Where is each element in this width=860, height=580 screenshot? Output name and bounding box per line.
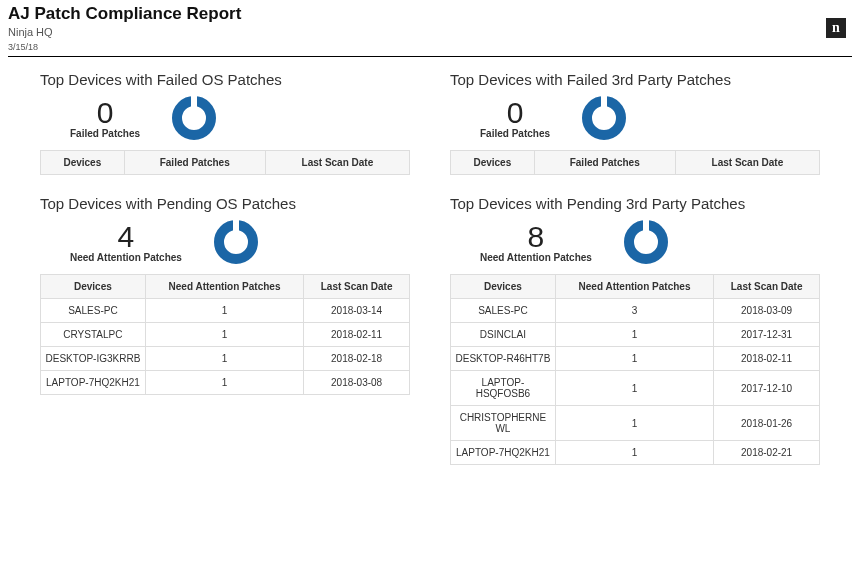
cell-count: 1 bbox=[145, 347, 303, 371]
column-header: Last Scan Date bbox=[675, 151, 819, 175]
cell-date: 2018-02-11 bbox=[304, 323, 410, 347]
svg-rect-1 bbox=[191, 94, 197, 108]
cell-device: LAPTOP-7HQ2KH21 bbox=[451, 441, 556, 465]
column-header: Failed Patches bbox=[124, 151, 265, 175]
cell-date: 2018-03-08 bbox=[304, 371, 410, 395]
column-header: Need Attention Patches bbox=[145, 275, 303, 299]
metric-block: 0 Failed Patches bbox=[480, 98, 550, 139]
card-title: Top Devices with Failed OS Patches bbox=[40, 71, 410, 88]
table-row: SALES-PC32018-03-09 bbox=[451, 299, 820, 323]
donut-chart-icon bbox=[580, 94, 628, 142]
donut-chart-icon bbox=[212, 218, 260, 266]
metric-value: 8 bbox=[480, 222, 592, 252]
metric-row: 0 Failed Patches bbox=[450, 94, 820, 142]
table-row: LAPTOP-7HQ2KH2112018-02-21 bbox=[451, 441, 820, 465]
report-header: AJ Patch Compliance Report Ninja HQ 3/15… bbox=[8, 4, 852, 57]
table-row: LAPTOP-HSQFOSB612017-12-10 bbox=[451, 371, 820, 406]
metric-value: 0 bbox=[480, 98, 550, 128]
cell-device: DESKTOP-IG3KRRB bbox=[41, 347, 146, 371]
column-header: Devices bbox=[451, 275, 556, 299]
cards-grid: Top Devices with Failed OS Patches 0 Fai… bbox=[8, 57, 852, 465]
report-date: 3/15/18 bbox=[8, 42, 852, 52]
cell-count: 3 bbox=[555, 299, 713, 323]
cell-device: CHRISTOPHERNEWL bbox=[451, 406, 556, 441]
column-header: Devices bbox=[41, 151, 125, 175]
metric-row: 0 Failed Patches bbox=[40, 94, 410, 142]
cell-device: SALES-PC bbox=[451, 299, 556, 323]
card-title: Top Devices with Failed 3rd Party Patche… bbox=[450, 71, 820, 88]
cell-count: 1 bbox=[145, 371, 303, 395]
table-row: DESKTOP-IG3KRRB12018-02-18 bbox=[41, 347, 410, 371]
cell-date: 2017-12-10 bbox=[714, 371, 820, 406]
metric-value: 0 bbox=[70, 98, 140, 128]
data-table: DevicesFailed PatchesLast Scan Date bbox=[450, 150, 820, 175]
report-subtitle: Ninja HQ bbox=[8, 26, 852, 38]
table-row: CHRISTOPHERNEWL12018-01-26 bbox=[451, 406, 820, 441]
cell-count: 1 bbox=[555, 441, 713, 465]
column-header: Last Scan Date bbox=[265, 151, 409, 175]
column-header: Last Scan Date bbox=[714, 275, 820, 299]
table-row: CRYSTALPC12018-02-11 bbox=[41, 323, 410, 347]
metric-row: 4 Need Attention Patches bbox=[40, 218, 410, 266]
column-header: Last Scan Date bbox=[304, 275, 410, 299]
table-row: DESKTOP-R46HT7B12018-02-11 bbox=[451, 347, 820, 371]
svg-rect-5 bbox=[233, 218, 239, 232]
cell-device: LAPTOP-HSQFOSB6 bbox=[451, 371, 556, 406]
metric-block: 0 Failed Patches bbox=[70, 98, 140, 139]
data-table: DevicesFailed PatchesLast Scan Date bbox=[40, 150, 410, 175]
column-header: Devices bbox=[451, 151, 535, 175]
cell-device: DESKTOP-R46HT7B bbox=[451, 347, 556, 371]
metric-row: 8 Need Attention Patches bbox=[450, 218, 820, 266]
data-table: DevicesNeed Attention PatchesLast Scan D… bbox=[450, 274, 820, 465]
donut-chart-icon bbox=[622, 218, 670, 266]
metric-value: 4 bbox=[70, 222, 182, 252]
metric-label: Failed Patches bbox=[70, 128, 140, 139]
cell-count: 1 bbox=[145, 299, 303, 323]
column-header: Need Attention Patches bbox=[555, 275, 713, 299]
report-card: Top Devices with Pending 3rd Party Patch… bbox=[450, 195, 820, 465]
cell-date: 2018-02-21 bbox=[714, 441, 820, 465]
svg-rect-3 bbox=[601, 94, 607, 108]
donut-chart-icon bbox=[170, 94, 218, 142]
cell-count: 1 bbox=[555, 323, 713, 347]
cell-device: SALES-PC bbox=[41, 299, 146, 323]
column-header: Failed Patches bbox=[534, 151, 675, 175]
card-title: Top Devices with Pending OS Patches bbox=[40, 195, 410, 212]
table-row: SALES-PC12018-03-14 bbox=[41, 299, 410, 323]
cell-device: CRYSTALPC bbox=[41, 323, 146, 347]
data-table: DevicesNeed Attention PatchesLast Scan D… bbox=[40, 274, 410, 395]
cell-date: 2017-12-31 bbox=[714, 323, 820, 347]
metric-block: 8 Need Attention Patches bbox=[480, 222, 592, 263]
cell-count: 1 bbox=[145, 323, 303, 347]
brand-logo-letter: n bbox=[832, 21, 840, 35]
column-header: Devices bbox=[41, 275, 146, 299]
report-card: Top Devices with Failed OS Patches 0 Fai… bbox=[40, 71, 410, 175]
report-title: AJ Patch Compliance Report bbox=[8, 4, 852, 24]
metric-label: Need Attention Patches bbox=[70, 252, 182, 263]
metric-label: Failed Patches bbox=[480, 128, 550, 139]
card-title: Top Devices with Pending 3rd Party Patch… bbox=[450, 195, 820, 212]
cell-date: 2018-02-11 bbox=[714, 347, 820, 371]
report-card: Top Devices with Pending OS Patches 4 Ne… bbox=[40, 195, 410, 465]
cell-date: 2018-03-09 bbox=[714, 299, 820, 323]
cell-date: 2018-02-18 bbox=[304, 347, 410, 371]
metric-block: 4 Need Attention Patches bbox=[70, 222, 182, 263]
table-row: DSINCLAI12017-12-31 bbox=[451, 323, 820, 347]
cell-count: 1 bbox=[555, 347, 713, 371]
brand-logo: n bbox=[826, 18, 846, 38]
table-row: LAPTOP-7HQ2KH2112018-03-08 bbox=[41, 371, 410, 395]
cell-device: DSINCLAI bbox=[451, 323, 556, 347]
cell-count: 1 bbox=[555, 371, 713, 406]
cell-date: 2018-03-14 bbox=[304, 299, 410, 323]
svg-rect-7 bbox=[643, 218, 649, 232]
metric-label: Need Attention Patches bbox=[480, 252, 592, 263]
report-card: Top Devices with Failed 3rd Party Patche… bbox=[450, 71, 820, 175]
cell-date: 2018-01-26 bbox=[714, 406, 820, 441]
cell-count: 1 bbox=[555, 406, 713, 441]
cell-device: LAPTOP-7HQ2KH21 bbox=[41, 371, 146, 395]
